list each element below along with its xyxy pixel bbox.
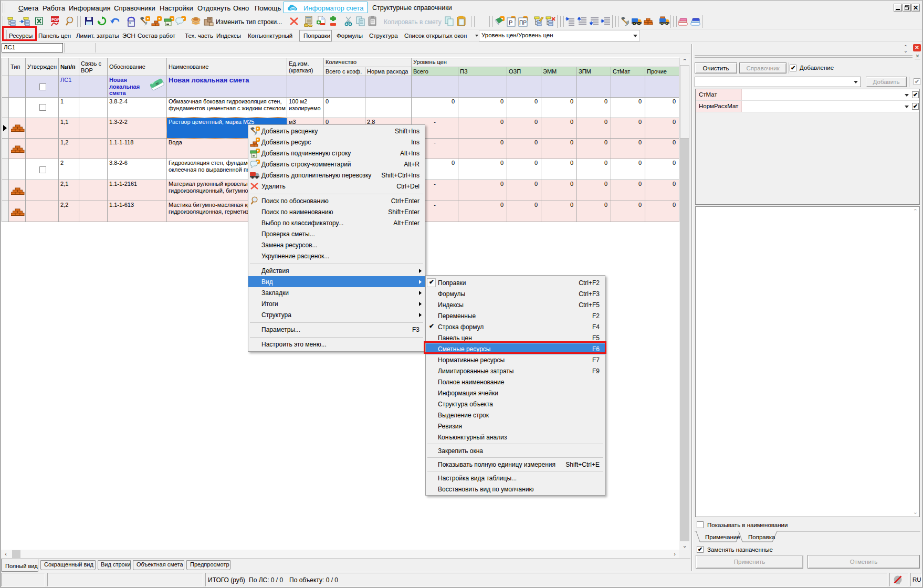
svg-text:Поправка: Поправка <box>748 534 775 540</box>
svg-text:PDF: PDF <box>51 17 59 22</box>
svg-text:Примечание: Примечание <box>705 534 740 540</box>
svg-text:*: * <box>129 21 131 26</box>
svg-text:ПР: ПР <box>519 20 527 26</box>
svg-text:P: P <box>509 19 512 26</box>
